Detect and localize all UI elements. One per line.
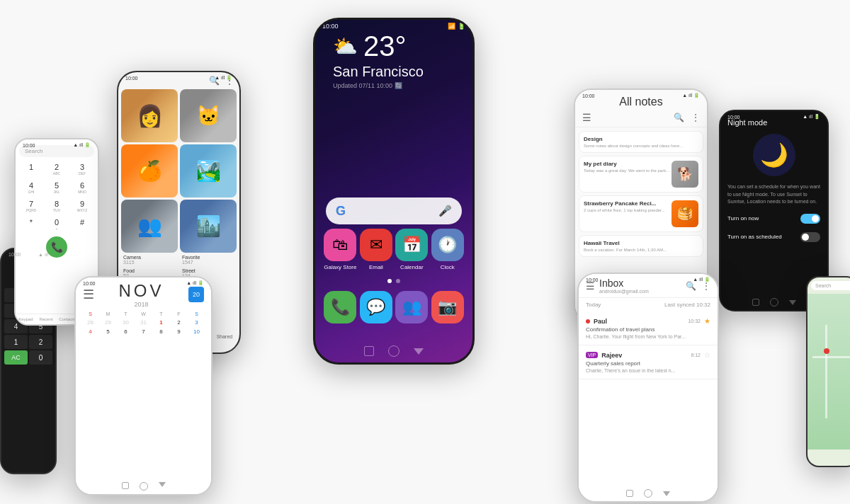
center-nav-square [364, 346, 374, 356]
calc-signal: ▲ ıll [38, 252, 48, 257]
notes-search-icon[interactable]: 🔍 [674, 113, 684, 122]
key-5[interactable]: 5JKL [45, 179, 69, 196]
day-28[interactable]: 28 [81, 318, 99, 327]
cal-badge[interactable]: 20 [188, 287, 204, 302]
note-pancake-img: 🥞 [672, 200, 698, 227]
tab-keypad[interactable]: Keypad [18, 317, 33, 321]
calc-key-2[interactable]: 2 [29, 335, 52, 349]
night-description: You can set a schedule for when you want… [720, 180, 827, 210]
gallery-cat-camera: Camera3115 [121, 254, 178, 265]
gallery-thumb-girl[interactable]: 👩 [121, 89, 178, 142]
night-nav-circle [770, 298, 778, 307]
key-6[interactable]: 6MNO [70, 179, 94, 196]
note-pancake[interactable]: 🥞 Strawberry Pancake Reci... 2 cups of w… [579, 195, 703, 232]
notes-menu-icon[interactable]: ☰ [582, 112, 591, 123]
day-3[interactable]: 3 [188, 318, 205, 327]
notes-list: Design Some notes about design concepts … [575, 127, 707, 263]
dialer-signal: ▲ ıll 🔋 [73, 142, 91, 148]
tab-contacts[interactable]: Contacts [59, 317, 76, 321]
day-30[interactable]: 30 [117, 318, 135, 327]
key-8[interactable]: 8TUV [45, 197, 69, 214]
app-galaxy-store[interactable]: 🛍 Galaxy Store [324, 229, 356, 270]
key-9[interactable]: 9WXYZ [70, 197, 94, 214]
toggle-scheduled-control[interactable] [800, 232, 820, 242]
center-search-bar[interactable]: G 🎤 [326, 197, 462, 224]
tab-recent[interactable]: Recent [39, 317, 52, 321]
key-7[interactable]: 7PQRS [19, 197, 43, 214]
key-star[interactable]: * [19, 216, 43, 233]
email-label: Email [369, 264, 383, 270]
gallery-thumb-people[interactable]: 👥 [121, 200, 178, 253]
key-1[interactable]: 1 [19, 161, 43, 178]
cal-nav-circle [140, 482, 148, 491]
cal-nav-back [159, 482, 166, 491]
app-clock[interactable]: 🕐 Clock [431, 229, 464, 270]
note-hawaii[interactable]: Hawaii Travel Book a vacation. For March… [579, 235, 703, 257]
key-hash[interactable]: # [70, 216, 94, 233]
app-phone[interactable]: 📞 [324, 291, 356, 323]
maps-search-bar[interactable]: Search [811, 281, 850, 290]
day-10[interactable]: 10 [188, 327, 205, 336]
gallery-thumb-cat[interactable]: 🐱 [180, 89, 237, 142]
maps-area [808, 294, 850, 449]
dow-s1: S [81, 311, 99, 316]
gallery-thumb-orange[interactable]: 🍊 [121, 144, 178, 197]
mic-icon[interactable]: 🎤 [438, 205, 452, 217]
email-last-synced: Last synced 10:32 [664, 302, 710, 308]
key-4[interactable]: 4GHI [19, 179, 43, 196]
email-star-rajeev[interactable]: ☆ [704, 351, 710, 359]
email-sender-rajeev: Rajeev [601, 352, 622, 359]
key-3[interactable]: 3DEF [70, 161, 94, 178]
center-city: San Francisco [333, 64, 455, 80]
app-row-1: 🛍 Galaxy Store ✉ Email 📅 Calendar 🕐 Cloc… [322, 229, 465, 270]
weather-icon: ⛅ [333, 35, 358, 58]
calendar-app-icon: 📅 [395, 229, 428, 261]
day-9[interactable]: 9 [170, 327, 188, 336]
email-item-paul[interactable]: Paul 10:32 ★ Confirmation of travel plan… [579, 311, 718, 345]
gallery-status-bar: 10:00 ▲ ıll 🔋 [118, 72, 239, 84]
app-calendar[interactable]: 📅 Calendar [395, 229, 428, 270]
calc-key-ac[interactable]: AC [4, 350, 28, 365]
email-item-rajeev[interactable]: VIP Rajeev 8:12 ☆ Quarterly sales report… [579, 345, 718, 379]
unread-dot-paul [586, 319, 590, 323]
cal-menu-icon[interactable]: ☰ [83, 287, 94, 302]
toggle-on-now-control[interactable] [800, 214, 820, 224]
email-preview-paul: Hi, Charlie. Your flight from New York t… [586, 334, 710, 339]
day-1[interactable]: 1 [152, 318, 170, 327]
calc-key-0[interactable]: 0 [29, 350, 52, 365]
day-6[interactable]: 6 [117, 327, 135, 336]
notes-more-icon[interactable]: ⋮ [691, 113, 700, 122]
day-8[interactable]: 8 [152, 327, 170, 336]
email-time-paul: 10:32 [688, 319, 701, 323]
day-4[interactable]: 4 [81, 327, 99, 336]
email-time-rajeev: 8:12 [691, 353, 701, 357]
day-31[interactable]: 31 [135, 318, 152, 327]
app-friends[interactable]: 👥 [395, 291, 428, 323]
app-messages[interactable]: 💬 [360, 291, 392, 323]
app-email[interactable]: ✉ Email [360, 229, 392, 270]
gallery-thumb-street[interactable]: 🏙️ [180, 200, 237, 253]
day-7[interactable]: 7 [135, 327, 152, 336]
day-2[interactable]: 2 [170, 318, 188, 327]
day-5[interactable]: 5 [99, 327, 117, 336]
phone-maps: Search [806, 276, 850, 467]
calc-key-1[interactable]: 1 [4, 335, 28, 349]
phone-email: 10:00 ▲ ıll 🔋 ☰ Inbox androidux@gmail.co… [577, 273, 719, 503]
note-pet[interactable]: 🐕 My pet diary Today was a great day. We… [579, 156, 703, 193]
gallery-thumb-outdoor[interactable]: 🏞️ [180, 144, 237, 197]
key-2[interactable]: 2ABC [45, 161, 69, 178]
email-signal: ▲ ıll 🔋 [693, 277, 710, 282]
galaxy-store-label: Galaxy Store [324, 264, 356, 270]
night-moon-icon: 🌙 [720, 130, 827, 180]
notes-toolbar: ☰ 🔍 ⋮ [575, 112, 707, 127]
day-29[interactable]: 29 [99, 318, 117, 327]
app-camera[interactable]: 📷 [431, 291, 464, 323]
key-0[interactable]: 0+ [45, 216, 69, 233]
note-design[interactable]: Design Some notes about design concepts … [579, 131, 703, 153]
center-nav-circle [388, 345, 400, 357]
email-star-paul[interactable]: ★ [704, 317, 710, 325]
toggle-on-now-label: Turn on now [727, 215, 759, 222]
dow-t1: T [117, 311, 135, 316]
notes-signal: ▲ ıll 🔋 [682, 93, 700, 98]
messages-app-icon: 💬 [360, 291, 392, 323]
